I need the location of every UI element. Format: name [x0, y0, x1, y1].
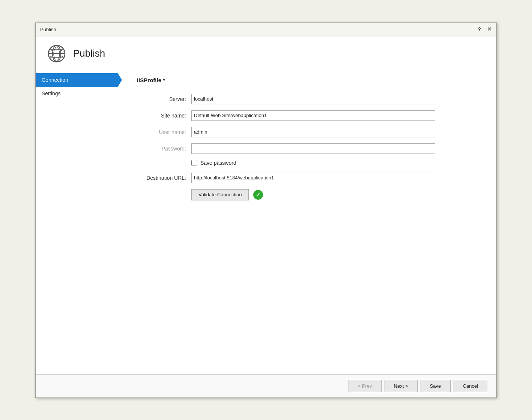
destination-url-label: Destination URL: [137, 175, 191, 181]
publish-icon [47, 44, 66, 63]
server-label: Server: [137, 96, 191, 102]
username-input[interactable] [191, 127, 435, 137]
site-name-group: Site name: [137, 110, 481, 121]
help-button[interactable]: ? [478, 26, 481, 32]
username-group: User name: [137, 127, 481, 137]
destination-url-group: Destination URL: [137, 173, 481, 183]
save-password-label[interactable]: Save password [200, 160, 236, 166]
destination-url-input[interactable] [191, 173, 435, 183]
close-button[interactable]: ✕ [487, 26, 492, 32]
publish-dialog: Publish ? ✕ Publish [35, 23, 497, 398]
sidebar-item-settings[interactable]: Settings [36, 87, 118, 100]
globe-icon [47, 44, 66, 63]
save-password-row: Save password [191, 160, 481, 166]
save-password-checkbox[interactable] [191, 160, 197, 166]
sidebar-item-connection[interactable]: Connection [36, 73, 118, 87]
check-icon: ✓ [256, 192, 260, 198]
server-group: Server: [137, 94, 481, 104]
dialog-header: Publish [36, 36, 496, 69]
dialog-footer: < Prev Next > Save Cancel [36, 374, 496, 397]
site-name-label: Site name: [137, 113, 191, 119]
password-group: Password: [137, 143, 481, 154]
prev-button[interactable]: < Prev [349, 380, 382, 392]
site-name-input[interactable] [191, 110, 435, 121]
next-button[interactable]: Next > [385, 380, 418, 392]
sidebar-item-settings-label: Settings [42, 90, 61, 96]
validate-connection-button[interactable]: Validate Connection [191, 189, 249, 200]
title-bar-controls: ? ✕ [478, 26, 492, 32]
dialog-body: Connection Settings IISProfile * Server:… [36, 69, 496, 374]
sidebar-item-connection-label: Connection [42, 77, 68, 83]
password-input[interactable] [191, 143, 435, 154]
sidebar: Connection Settings [36, 69, 118, 374]
password-label: Password: [137, 146, 191, 152]
username-label: User name: [137, 129, 191, 135]
save-button[interactable]: Save [421, 380, 451, 392]
connection-success-indicator: ✓ [253, 190, 263, 200]
validate-row: Validate Connection ✓ [191, 189, 481, 200]
section-title: IISProfile * [137, 77, 481, 83]
title-bar-title: Publish [40, 27, 56, 32]
server-input[interactable] [191, 94, 435, 104]
content-area: IISProfile * Server: Site name: User nam… [118, 69, 496, 374]
dialog-title: Publish [73, 48, 105, 59]
title-bar-left: Publish [40, 27, 56, 32]
title-bar: Publish ? ✕ [36, 23, 496, 36]
cancel-button[interactable]: Cancel [454, 380, 487, 392]
